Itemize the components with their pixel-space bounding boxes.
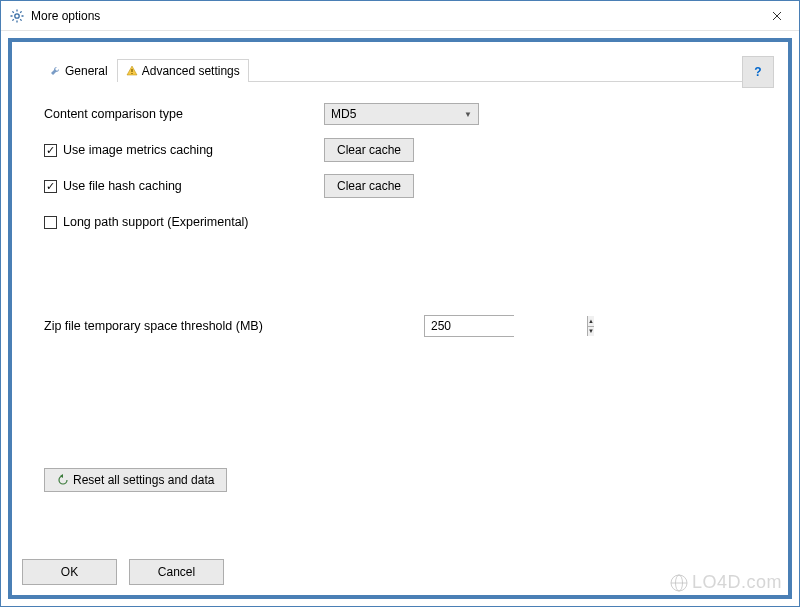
bottom-bar: OK Cancel [12, 551, 788, 595]
wrench-icon [49, 65, 61, 77]
long-path-label: Long path support (Experimental) [63, 215, 249, 229]
tab-label: General [65, 64, 108, 78]
file-cache-checkbox[interactable] [44, 180, 57, 193]
button-label: Clear cache [337, 143, 401, 157]
titlebar: More options [1, 1, 799, 31]
long-path-checkbox[interactable] [44, 216, 57, 229]
clear-image-cache-button[interactable]: Clear cache [324, 138, 414, 162]
zip-threshold-spinner[interactable]: ▲ ▼ [424, 315, 514, 337]
cancel-button[interactable]: Cancel [129, 559, 224, 585]
file-cache-row: Use file hash caching Clear cache [44, 174, 764, 198]
button-label: OK [61, 565, 78, 579]
ok-button[interactable]: OK [22, 559, 117, 585]
image-cache-row: Use image metrics caching Clear cache [44, 138, 764, 162]
svg-rect-2 [131, 73, 132, 74]
comparison-label: Content comparison type [44, 107, 324, 121]
clear-file-cache-button[interactable]: Clear cache [324, 174, 414, 198]
reset-row: Reset all settings and data [44, 468, 764, 492]
gear-icon [9, 8, 25, 24]
zip-threshold-row: Zip file temporary space threshold (MB) … [44, 314, 764, 338]
button-label: Clear cache [337, 179, 401, 193]
tab-label: Advanced settings [142, 64, 240, 78]
button-label: Cancel [158, 565, 195, 579]
help-icon: ? [754, 65, 761, 79]
combo-value: MD5 [331, 107, 356, 121]
advanced-panel: Content comparison type MD5 ▼ Use image … [40, 102, 768, 543]
chevron-down-icon: ▼ [464, 110, 472, 119]
long-path-row: Long path support (Experimental) [44, 210, 764, 234]
help-button[interactable]: ? [742, 56, 774, 88]
comparison-row: Content comparison type MD5 ▼ [44, 102, 764, 126]
comparison-combo[interactable]: MD5 ▼ [324, 103, 479, 125]
spinner-up-button[interactable]: ▲ [588, 316, 594, 327]
warning-icon [126, 65, 138, 77]
svg-rect-1 [131, 69, 132, 72]
spinner-buttons: ▲ ▼ [587, 316, 594, 336]
spinner-down-button[interactable]: ▼ [588, 327, 594, 337]
tab-strip: General Advanced settings [40, 58, 768, 82]
zip-threshold-label: Zip file temporary space threshold (MB) [44, 319, 424, 333]
file-cache-label: Use file hash caching [63, 179, 182, 193]
tab-general[interactable]: General [40, 59, 117, 82]
image-cache-label: Use image metrics caching [63, 143, 213, 157]
inner-frame: ? General Advanced settings [8, 38, 792, 599]
close-button[interactable] [754, 1, 799, 30]
image-cache-checkbox[interactable] [44, 144, 57, 157]
content-area: ? General Advanced settings [12, 42, 788, 551]
reset-button[interactable]: Reset all settings and data [44, 468, 227, 492]
reset-label: Reset all settings and data [73, 473, 214, 487]
tab-advanced[interactable]: Advanced settings [117, 59, 249, 82]
svg-point-0 [15, 13, 19, 17]
reset-icon [57, 474, 69, 486]
window-title: More options [31, 9, 100, 23]
zip-threshold-input[interactable] [425, 316, 587, 336]
dialog-window: More options ? General [0, 0, 800, 607]
